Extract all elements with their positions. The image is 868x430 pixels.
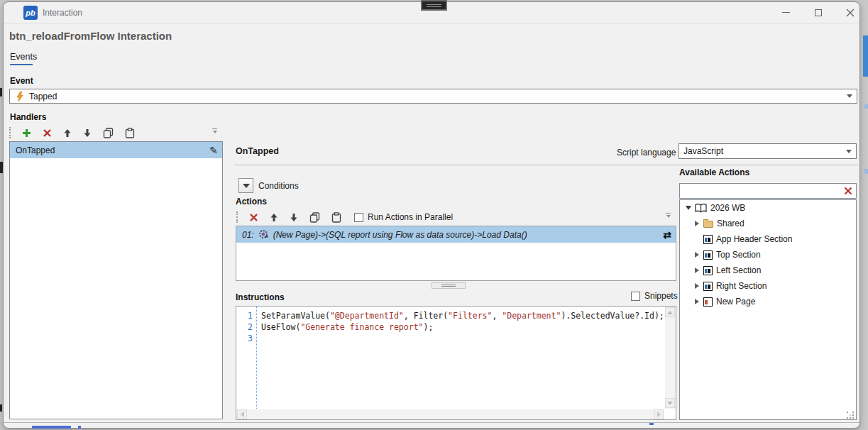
page-icon xyxy=(703,297,713,307)
section-icon xyxy=(703,250,713,260)
action-index: 01: xyxy=(242,230,254,240)
scroll-down-button[interactable] xyxy=(665,398,675,408)
code-segment: , Filter( xyxy=(404,311,448,321)
gutter-separator xyxy=(256,307,257,419)
tree-expand-icon[interactable] xyxy=(694,299,700,304)
plus-icon xyxy=(22,128,31,138)
snippets-checkbox[interactable] xyxy=(631,292,640,301)
line-number: 1 xyxy=(237,310,253,321)
clear-search-button[interactable] xyxy=(844,187,852,195)
actions-toolbar-overflow-button[interactable] xyxy=(666,213,671,218)
script-language-value: JavaScript xyxy=(679,146,846,156)
tree-expand-icon[interactable] xyxy=(694,221,700,226)
toolbar-grip-icon xyxy=(9,127,11,138)
scroll-right-button[interactable] xyxy=(654,409,664,419)
chevron-right-icon xyxy=(695,252,699,258)
splitter-handle[interactable] xyxy=(432,282,466,289)
lightning-icon xyxy=(16,92,23,101)
delete-handler-button[interactable] xyxy=(43,128,52,138)
clear-x-icon xyxy=(844,187,852,195)
swap-arrows-icon[interactable]: ⇄ xyxy=(663,229,671,241)
run-parallel-checkbox[interactable] xyxy=(354,213,363,222)
copy-icon xyxy=(309,212,320,223)
line-number: 2 xyxy=(237,321,253,333)
handlers-toolbar xyxy=(9,126,135,140)
conditions-label: Conditions xyxy=(258,181,299,191)
selected-handler-title: OnTapped xyxy=(236,146,279,156)
section-icon xyxy=(703,282,713,291)
tree-expand-icon[interactable] xyxy=(694,252,700,258)
delete-action-button[interactable] xyxy=(249,213,258,222)
tree-item-label: App Header Section xyxy=(716,234,792,244)
background-artifact xyxy=(32,426,71,429)
app-logo-icon: pb xyxy=(23,6,38,20)
conditions-expand-button[interactable] xyxy=(238,178,253,193)
snippets-label: Snippets xyxy=(644,291,678,301)
actions-list: 01:(New Page)->(SQL report using Flow as… xyxy=(236,226,676,281)
code-segment: UseFlow( xyxy=(261,322,300,332)
tree-item-new-page[interactable]: New Page xyxy=(680,294,856,309)
chevron-right-icon xyxy=(695,221,699,226)
tree-item-label: New Page xyxy=(716,297,755,307)
copy-handler-button[interactable] xyxy=(103,128,114,138)
action-method-icon xyxy=(258,229,269,240)
move-action-up-button[interactable] xyxy=(270,213,278,222)
editor-vertical-scrollbar[interactable] xyxy=(665,307,676,409)
scroll-up-button[interactable] xyxy=(665,307,675,317)
handler-row[interactable]: OnTapped✎ xyxy=(10,142,222,158)
tree-expand-icon[interactable] xyxy=(694,283,700,289)
event-dropdown[interactable]: Tapped xyxy=(9,89,857,104)
paste-icon xyxy=(125,128,135,138)
handlers-toolbar-overflow-button[interactable] xyxy=(212,128,217,133)
copy-action-button[interactable] xyxy=(309,212,320,223)
tree-item-app-header-section[interactable]: App Header Section xyxy=(680,231,856,247)
screen-dock-tab-artifact xyxy=(421,0,447,11)
instructions-label: Instructions xyxy=(236,292,285,302)
minimize-button[interactable] xyxy=(770,1,802,23)
move-action-down-button[interactable] xyxy=(290,213,298,222)
tree-item-top-section[interactable]: Top Section xyxy=(680,247,856,263)
script-language-dropdown[interactable]: JavaScript xyxy=(679,143,857,159)
status-divider xyxy=(4,422,859,423)
delete-x-icon xyxy=(43,128,52,138)
event-label: Event xyxy=(10,76,33,86)
action-row[interactable]: 01:(New Page)->(SQL report using Flow as… xyxy=(236,226,676,243)
arrow-down-icon xyxy=(83,128,92,138)
editor-horizontal-scrollbar[interactable] xyxy=(236,409,664,419)
code-segment: "Filters" xyxy=(448,311,492,321)
move-handler-down-button[interactable] xyxy=(83,128,92,138)
chevron-right-icon xyxy=(695,299,699,304)
code-content[interactable]: SetParamValue("@DepartmentId", Filter("F… xyxy=(261,310,659,344)
edit-pencil-icon[interactable]: ✎ xyxy=(209,145,218,156)
paste-action-button[interactable] xyxy=(331,212,341,223)
scroll-left-button[interactable] xyxy=(237,409,247,419)
close-button[interactable] xyxy=(834,1,866,23)
section-icon xyxy=(703,235,713,244)
arrow-up-icon xyxy=(667,311,673,314)
tree-item-label: Top Section xyxy=(716,250,761,260)
paste-handler-button[interactable] xyxy=(125,128,135,138)
script-language-label: Script language xyxy=(617,148,676,158)
handler-name: OnTapped xyxy=(16,145,55,155)
tree-item-label: Shared xyxy=(717,219,745,228)
arrow-down-icon xyxy=(667,402,673,405)
tree-item-left-section[interactable]: Left Section xyxy=(680,263,856,278)
move-handler-up-button[interactable] xyxy=(63,128,72,138)
close-icon xyxy=(846,9,855,17)
maximize-button[interactable] xyxy=(802,1,834,23)
tree-item-shared[interactable]: Shared xyxy=(680,216,856,231)
background-artifact xyxy=(864,169,868,174)
tree-item-2026-wb[interactable]: 2026 WB xyxy=(680,200,856,216)
tree-expand-icon[interactable] xyxy=(694,268,700,273)
tab-events[interactable]: Events xyxy=(10,52,37,62)
tree-collapse-icon[interactable] xyxy=(686,206,691,210)
search-input[interactable] xyxy=(680,184,844,197)
arrow-down-icon xyxy=(290,213,298,222)
add-handler-button[interactable] xyxy=(22,128,31,138)
code-line: SetParamValue("@DepartmentId", Filter("F… xyxy=(261,310,659,321)
code-line: UseFlow("Generate finance report"); xyxy=(261,321,659,333)
actions-toolbar: Run Actions in Parallel xyxy=(236,210,453,224)
tree-item-right-section[interactable]: Right Section xyxy=(680,278,856,294)
resize-grip-icon[interactable] xyxy=(847,412,854,419)
tree-item-label: Right Section xyxy=(716,281,767,291)
